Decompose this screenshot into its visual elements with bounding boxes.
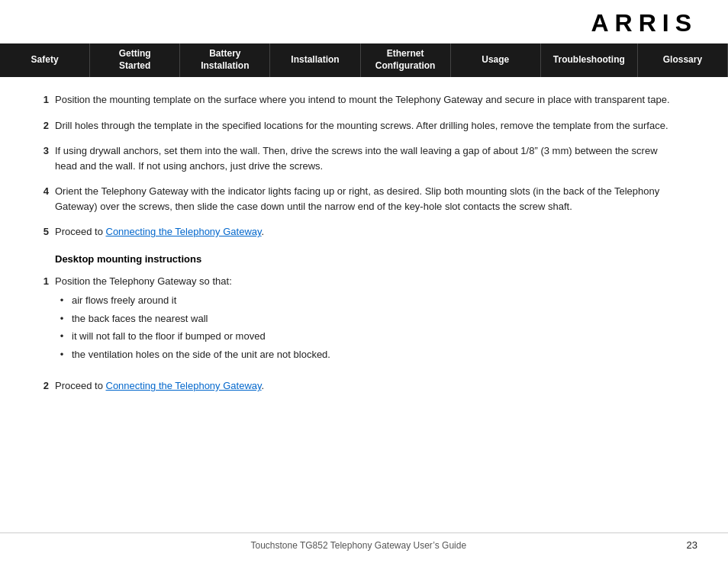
desktop-step-2: 2 Proceed to Connecting the Telephony Ga… bbox=[31, 378, 672, 394]
step-text: If using drywall anchors, set them into … bbox=[55, 143, 672, 173]
step-text: Position the Telephony Gateway so that: … bbox=[55, 274, 672, 368]
step-text: Orient the Telephony Gateway with the in… bbox=[55, 184, 672, 214]
nav-item-usage[interactable]: Usage bbox=[451, 43, 541, 77]
step-2: 2 Drill holes through the template in th… bbox=[31, 118, 672, 134]
connect-gateway-link-1[interactable]: Connecting the Telephony Gateway bbox=[106, 226, 262, 237]
desktop-bullets: •air flows freely around it •the back fa… bbox=[55, 293, 672, 362]
bullet-4: •the ventilation holes on the side of th… bbox=[55, 347, 672, 362]
step-number: 2 bbox=[31, 378, 49, 394]
step-4: 4 Orient the Telephony Gateway with the … bbox=[31, 184, 672, 214]
step-number: 2 bbox=[31, 118, 49, 134]
bullet-2: •the back faces the nearest wall bbox=[55, 311, 672, 327]
arris-logo: ARRIS bbox=[591, 9, 697, 37]
page-header: ARRIS bbox=[0, 0, 728, 43]
desktop-step-1: 1 Position the Telephony Gateway so that… bbox=[31, 274, 672, 368]
bullet-icon: • bbox=[55, 311, 69, 327]
bullet-1: •air flows freely around it bbox=[55, 293, 672, 308]
footer-page-number: 23 bbox=[687, 539, 697, 551]
desktop-mounting-heading: Desktop mounting instructions bbox=[55, 253, 672, 265]
step-5: 5 Proceed to Connecting the Telephony Ga… bbox=[31, 224, 672, 240]
connect-gateway-link-2[interactable]: Connecting the Telephony Gateway bbox=[106, 380, 262, 391]
nav-item-installation[interactable]: Installation bbox=[270, 43, 360, 77]
nav-item-safety[interactable]: Safety bbox=[0, 43, 90, 77]
step-1: 1 Position the mounting template on the … bbox=[31, 92, 672, 108]
page-footer: Touchstone TG852 Telephony Gateway User’… bbox=[0, 532, 728, 551]
step-text: Drill holes through the template in the … bbox=[55, 118, 672, 134]
footer-center: Touchstone TG852 Telephony Gateway User’… bbox=[250, 540, 466, 551]
step-3: 3 If using drywall anchors, set them int… bbox=[31, 143, 672, 173]
step-number: 1 bbox=[31, 92, 49, 108]
step-text: Position the mounting template on the su… bbox=[55, 92, 672, 108]
navigation-bar: Safety Getting Started Battery Installat… bbox=[0, 43, 728, 77]
nav-item-battery-installation[interactable]: Battery Installation bbox=[180, 43, 270, 77]
wall-mount-steps: 1 Position the mounting template on the … bbox=[31, 92, 672, 240]
nav-item-getting-started[interactable]: Getting Started bbox=[90, 43, 180, 77]
bullet-icon: • bbox=[55, 293, 69, 308]
step-number: 3 bbox=[31, 143, 49, 159]
nav-item-troubleshooting[interactable]: Troubleshooting bbox=[541, 43, 638, 77]
bullet-3: •it will not fall to the floor if bumped… bbox=[55, 329, 672, 344]
step-text: Proceed to Connecting the Telephony Gate… bbox=[55, 378, 672, 394]
main-content: 1 Position the mounting template on the … bbox=[0, 77, 702, 420]
nav-item-glossary[interactable]: Glossary bbox=[638, 43, 728, 77]
step-text: Proceed to Connecting the Telephony Gate… bbox=[55, 224, 672, 240]
nav-item-ethernet-configuration[interactable]: Ethernet Configuration bbox=[361, 43, 451, 77]
bullet-icon: • bbox=[55, 329, 69, 344]
bullet-icon: • bbox=[55, 347, 69, 362]
step-number: 4 bbox=[31, 184, 49, 199]
desktop-mount-steps: 1 Position the Telephony Gateway so that… bbox=[31, 274, 672, 394]
step-number: 1 bbox=[31, 274, 49, 289]
step-number: 5 bbox=[31, 224, 49, 240]
